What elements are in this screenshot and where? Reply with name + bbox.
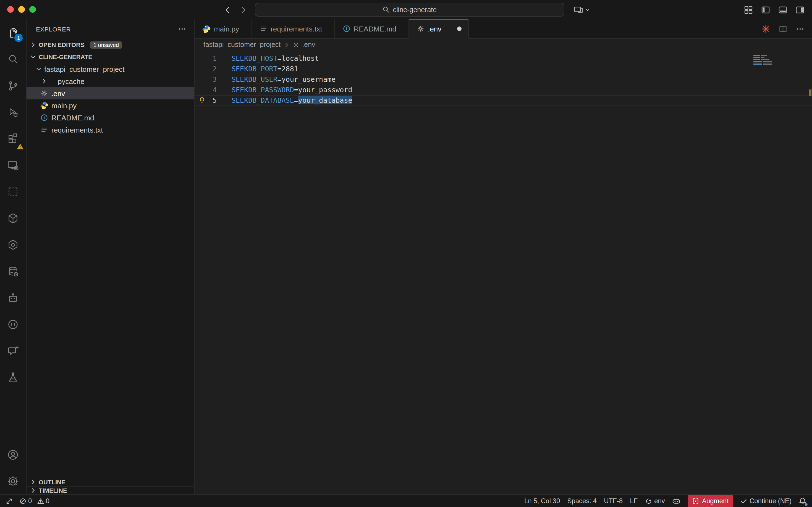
code-line[interactable]: 1 SEEKDB_HOST=localhost [195, 53, 812, 63]
error-icon [19, 497, 27, 505]
augment-brackets-icon [692, 497, 699, 505]
activity-explorer[interactable]: 1 [0, 19, 26, 46]
chat-new-icon [7, 344, 19, 357]
tab-mainpy[interactable]: main.py [195, 19, 252, 39]
activity-extensions[interactable] [0, 125, 26, 152]
title-bar: cline-generate [0, 0, 812, 19]
outline-section[interactable]: OUTLINE [27, 478, 194, 486]
tree-item-label: README.md [51, 113, 94, 122]
activity-source-control[interactable] [0, 72, 26, 99]
split-editor-button[interactable] [779, 24, 787, 33]
notifications-bell[interactable] [799, 495, 807, 507]
customize-layout-button[interactable] [744, 5, 753, 14]
tab-requirements[interactable]: requirements.txt [252, 19, 335, 39]
dashed-frame-icon [7, 185, 19, 198]
split-editor-icon [779, 24, 787, 33]
augment-panel-button[interactable] [762, 24, 770, 33]
modified-indicator[interactable] [457, 26, 461, 31]
tree-item-label: requirements.txt [51, 126, 103, 134]
activity-remote-explorer[interactable] [0, 152, 26, 178]
vscode-window: cline-generate 1 [0, 0, 812, 507]
explorer-actions-button[interactable] [178, 25, 186, 33]
activity-search[interactable] [0, 46, 26, 72]
git-branch-icon [7, 79, 19, 92]
open-editors-section[interactable]: OPEN EDITORS 1 unsaved [27, 39, 194, 51]
encoding-indicator[interactable]: UTF-8 [604, 495, 623, 507]
tree-item-folder[interactable]: __pycache__ [27, 75, 194, 87]
tree-item-label: .env [51, 89, 65, 98]
toggle-primary-sidebar-button[interactable] [761, 5, 770, 14]
env-value-selected: your_database [298, 96, 352, 104]
arrow-right-icon [239, 5, 248, 14]
language-mode[interactable]: env [645, 495, 665, 507]
tree-item-readme[interactable]: README.md [27, 112, 194, 124]
code-line[interactable]: 3 SEEKDB_USER=your_username [195, 74, 812, 84]
code-line-current[interactable]: 5 SEEKDB_DATABASE=your_database [195, 95, 812, 106]
code-editor[interactable]: 1 SEEKDB_HOST=localhost 2 SEEKDB_PORT=28… [195, 51, 812, 494]
workspace-section[interactable]: CLINE-GENERATE [27, 51, 194, 63]
augment-status[interactable]: Augment [688, 495, 733, 507]
toggle-panel-button[interactable] [778, 5, 787, 14]
breadcrumb: fastapi_customer_project .env [195, 39, 812, 51]
code-line[interactable]: 4 SEEKDB_PASSWORD=your_password [195, 84, 812, 95]
activity-run-debug[interactable] [0, 99, 26, 125]
augment-flare-icon [762, 24, 770, 33]
tab-label: .env [428, 24, 441, 33]
activity-copilot[interactable] [0, 311, 26, 337]
activity-account[interactable] [0, 441, 26, 468]
tab-readme[interactable]: README.md [335, 19, 409, 39]
indentation-indicator[interactable]: Spaces: 4 [567, 495, 597, 507]
layout-window-control[interactable] [574, 0, 590, 19]
forward-button[interactable] [239, 5, 248, 14]
workspace-label: CLINE-GENERATE [39, 54, 92, 60]
tree-item-folder[interactable]: fastapi_customer_project [27, 63, 194, 75]
notification-dot [805, 503, 808, 506]
env-key: SEEKDB_PASSWORD [232, 86, 294, 94]
chevron-right-icon [29, 478, 37, 486]
search-value: cline-generate [393, 6, 437, 13]
activity-package-tool[interactable] [0, 205, 26, 231]
env-value: 2881 [282, 65, 298, 73]
cube-icon [7, 212, 19, 225]
breadcrumb-file[interactable]: .env [302, 41, 315, 49]
tree-item-env[interactable]: .env [27, 87, 194, 99]
open-editors-label: OPEN EDITORS [39, 42, 85, 48]
command-center-search[interactable]: cline-generate [255, 3, 564, 16]
tree-item-mainpy[interactable]: main.py [27, 99, 194, 112]
copilot-status[interactable] [672, 495, 680, 507]
activity-cline[interactable] [0, 284, 26, 311]
minimap[interactable] [753, 55, 803, 66]
eol-indicator[interactable]: LF [630, 495, 638, 507]
problems-indicator[interactable]: 0 0 [19, 495, 49, 507]
close-window-button[interactable] [7, 6, 14, 13]
error-count: 0 [28, 497, 32, 505]
activity-database-tool[interactable] [0, 258, 26, 284]
line-number: 5 [195, 96, 217, 104]
tab-label: main.py [214, 24, 239, 33]
zoom-window-button[interactable] [29, 6, 36, 13]
activity-frame-tool[interactable] [0, 178, 26, 205]
minimize-window-button[interactable] [18, 6, 25, 13]
search-icon [7, 53, 19, 65]
toggle-secondary-sidebar-button[interactable] [796, 5, 804, 14]
timeline-section[interactable]: TIMELINE [27, 486, 194, 494]
database-icon [7, 265, 19, 278]
remote-indicator[interactable] [5, 495, 13, 507]
ellipsis-icon [178, 25, 186, 33]
env-key: SEEKDB_HOST [232, 54, 277, 62]
editor-more-actions-button[interactable] [796, 24, 804, 33]
activity-beaker[interactable] [0, 364, 26, 390]
robot-icon [7, 291, 19, 304]
lightbulb-icon[interactable] [198, 97, 206, 104]
cursor-position[interactable]: Ln 5, Col 30 [524, 495, 560, 507]
tab-env[interactable]: .env [409, 19, 468, 39]
breadcrumb-folder[interactable]: fastapi_customer_project [203, 41, 281, 49]
activity-chat[interactable] [0, 337, 26, 364]
tree-item-requirements[interactable]: requirements.txt [27, 124, 194, 136]
continue-status[interactable]: Continue (NE) [740, 495, 792, 507]
activity-settings[interactable] [0, 468, 26, 494]
back-button[interactable] [223, 5, 232, 14]
activity-hexagon-tool[interactable] [0, 231, 26, 258]
explorer-sidebar: EXPLORER OPEN EDITORS 1 unsaved CLINE-GE… [27, 19, 195, 494]
code-line[interactable]: 2 SEEKDB_PORT=2881 [195, 63, 812, 74]
